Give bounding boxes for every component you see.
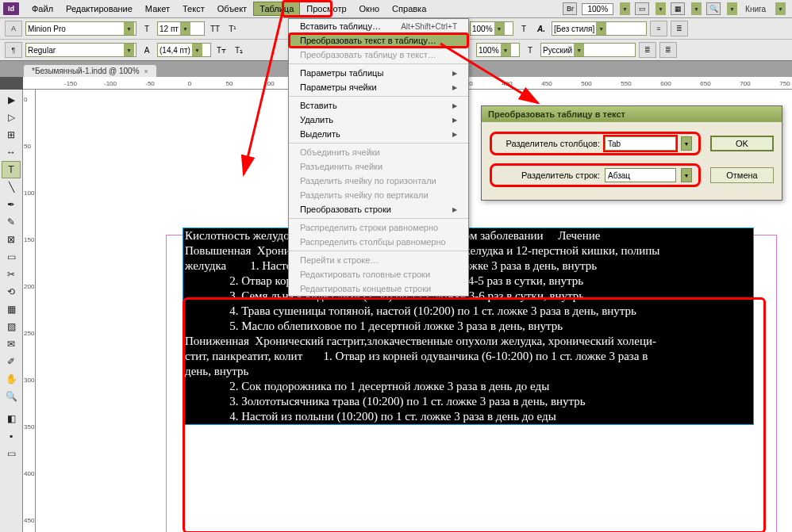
menu-item[interactable]: Параметры таблицы▶ — [289, 66, 468, 80]
tab-document[interactable]: *Безымянный-1.indd @ 100% × — [24, 65, 156, 77]
col-separator-input[interactable] — [605, 136, 676, 151]
menubar: Id Файл Редактирование Макет Текст Объек… — [0, 0, 792, 18]
char-format-icon[interactable]: A — [5, 21, 22, 36]
hscale-input[interactable]: 100%▼ — [476, 43, 520, 57]
allcaps-icon[interactable]: TT — [208, 21, 222, 36]
pencil-tool[interactable]: ✎ — [2, 213, 21, 231]
menu-view[interactable]: Просмотр — [300, 2, 352, 16]
transform-tool[interactable]: ⟲ — [2, 283, 21, 300]
chevron-down-icon[interactable]: ▼ — [124, 22, 134, 35]
leading-value: (14,4 пт) — [160, 46, 190, 55]
skew-icon: T — [523, 43, 537, 57]
note-tool[interactable]: ✉ — [2, 335, 21, 353]
rectangle-tool[interactable]: ▭ — [2, 248, 21, 266]
menu-window[interactable]: Окно — [353, 2, 386, 16]
chevron-down-icon[interactable]: ▼ — [681, 136, 692, 151]
align3-icon[interactable]: ≣ — [639, 42, 656, 58]
menu-item: Объединить ячейки — [289, 145, 468, 159]
menu-item[interactable]: Преобразовать строки▶ — [289, 202, 468, 216]
hand-tool[interactable]: ✋ — [2, 370, 21, 388]
arrange-icon[interactable]: ▦ — [671, 2, 685, 15]
cancel-button[interactable]: Отмена — [710, 167, 774, 183]
gradient-tool[interactable]: ▦ — [2, 300, 21, 318]
menu-edit[interactable]: Редактирование — [60, 2, 139, 16]
search-icon[interactable]: 🔍 — [706, 2, 721, 15]
selection-tool[interactable]: ▶ — [2, 91, 21, 109]
superscript-icon[interactable]: T¹ — [225, 21, 240, 36]
chevron-down-icon[interactable]: ▼ — [192, 44, 202, 56]
close-icon[interactable]: × — [144, 67, 148, 75]
chevron-down-icon[interactable]: ▼ — [494, 22, 505, 35]
chevron-down-icon[interactable]: ▼ — [596, 22, 606, 35]
workspace-dropdown-icon[interactable]: ▼ — [775, 2, 786, 15]
eyedropper-tool[interactable]: ✐ — [2, 353, 21, 370]
zoom-tool[interactable]: 🔍 — [2, 388, 21, 405]
para-format-icon[interactable]: ¶ — [5, 42, 22, 58]
lang-input[interactable]: Русский▼ — [540, 43, 636, 57]
ok-button[interactable]: OK — [710, 136, 774, 151]
chevron-down-icon[interactable]: ▼ — [501, 44, 511, 56]
lang-value: Русский — [543, 46, 572, 55]
pen-tool[interactable]: ✒ — [2, 196, 21, 213]
menu-help[interactable]: Справка — [386, 2, 433, 16]
scissors-tool[interactable]: ✂ — [2, 266, 21, 283]
rectangle-frame-tool[interactable]: ⊠ — [2, 231, 21, 248]
menu-item[interactable]: Вставить таблицу…Alt+Shift+Ctrl+T — [289, 19, 468, 33]
menu-text[interactable]: Текст — [176, 2, 211, 16]
font-size-input[interactable]: 12 пт▼ — [157, 21, 205, 36]
page-tool[interactable]: ⊞ — [2, 126, 21, 144]
row-separator-row: Разделитель строк: ▼ — [490, 163, 701, 187]
fill-stroke-swatch[interactable]: ◧ — [2, 410, 21, 427]
vscale-input[interactable]: 100%▼ — [470, 21, 513, 36]
col-separator-label: Разделитель столбцов: — [497, 139, 600, 148]
menu-item: Редактировать головные строки — [289, 267, 468, 281]
subscript-icon[interactable]: T₁ — [232, 43, 246, 57]
char-style-input[interactable]: [Без стиля]▼ — [552, 21, 647, 36]
align2-icon[interactable]: ≣ — [671, 21, 688, 36]
workspace-label[interactable]: Книга — [742, 5, 769, 13]
search-dropdown-icon[interactable]: ▼ — [727, 2, 737, 15]
font-family-input[interactable]: Minion Pro▼ — [25, 21, 136, 36]
menu-item[interactable]: Преобразовать текст в таблицу… — [289, 33, 468, 48]
font-size-value: 12 пт — [160, 25, 179, 33]
font-family-value: Minion Pro — [28, 25, 66, 33]
chevron-down-icon[interactable]: ▼ — [180, 22, 190, 35]
leading-input[interactable]: (14,4 пт)▼ — [157, 43, 211, 57]
line-tool[interactable]: ╲ — [2, 178, 21, 196]
type-tool[interactable]: T — [2, 161, 21, 178]
gap-tool[interactable]: ↔ — [2, 144, 21, 161]
row-separator-label: Разделитель строк: — [497, 170, 600, 180]
menu-object[interactable]: Объект — [211, 2, 253, 16]
screen-mode-dropdown-icon[interactable]: ▼ — [656, 2, 666, 15]
menu-table[interactable]: Таблица — [253, 2, 300, 16]
bridge-icon[interactable]: Br — [563, 2, 577, 15]
menu-item[interactable]: Удалить▶ — [289, 113, 468, 127]
align-icon[interactable]: ≡ — [650, 21, 667, 36]
zoom-level[interactable]: 100% — [582, 3, 613, 15]
ruler-vertical: 050100150200250300350400450 — [23, 90, 36, 532]
direct-selection-tool[interactable]: ▷ — [2, 109, 21, 126]
chevron-down-icon[interactable]: ▼ — [681, 168, 692, 182]
zoom-dropdown-icon[interactable]: ▼ — [620, 2, 630, 15]
align4-icon[interactable]: ≣ — [659, 42, 677, 58]
menu-item: Разделить ячейку по вертикали — [289, 188, 468, 202]
menu-item[interactable]: Вставить▶ — [289, 98, 468, 113]
screen-mode-tool[interactable]: ▭ — [2, 445, 21, 462]
row-separator-input[interactable] — [605, 168, 676, 182]
menu-item[interactable]: Параметры ячейки▶ — [289, 80, 468, 94]
menu-file[interactable]: Файл — [25, 2, 60, 16]
menu-item: Разъединить ячейки — [289, 159, 468, 174]
chevron-down-icon[interactable]: ▼ — [124, 44, 134, 56]
menu-layout[interactable]: Макет — [139, 2, 176, 16]
menu-item: Редактировать концевые строки — [289, 281, 468, 296]
chevron-down-icon[interactable]: ▼ — [574, 44, 584, 56]
menu-item[interactable]: Выделить▶ — [289, 127, 468, 141]
screen-mode-icon[interactable]: ▭ — [635, 2, 649, 15]
apply-color-icon[interactable]: ▪ — [2, 427, 21, 445]
smallcaps-icon[interactable]: Tᴛ — [214, 43, 229, 57]
font-style-input[interactable]: Regular▼ — [25, 43, 136, 57]
tab-title: *Безымянный-1.indd @ 100% — [32, 67, 140, 75]
gradient-feather-tool[interactable]: ▨ — [2, 318, 21, 335]
menu-item: Преобразовать таблицу в текст… — [289, 48, 468, 62]
arrange-dropdown-icon[interactable]: ▼ — [691, 2, 702, 15]
